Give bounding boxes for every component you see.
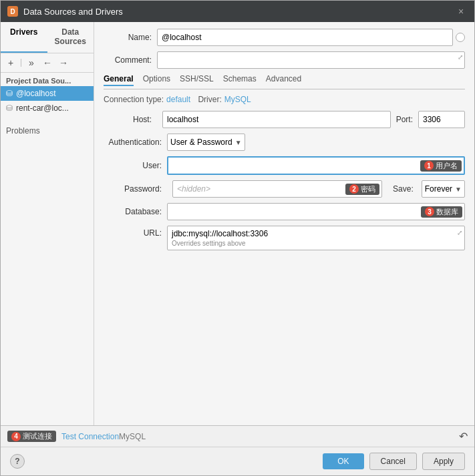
password-row: Password: <hidden> 2 密码 Save: Forever ▼ [104,180,465,198]
apply-button[interactable]: Apply [422,453,465,470]
dialog-footer: ? OK Cancel Apply [1,447,474,475]
ok-button[interactable]: OK [323,453,363,469]
port-input[interactable] [418,111,465,128]
sidebar: Drivers Data Sources + » ← → Project Dat… [1,22,94,425]
sidebar-item-label-rentcar: rent-car@loc... [16,103,69,113]
status-circle [456,33,465,42]
toolbar-divider [21,59,21,67]
name-input[interactable] [157,29,453,46]
save-select[interactable]: Forever ▼ [422,180,465,198]
test-badge-text: 测试连接 [23,431,52,441]
main-content: Drivers Data Sources + » ← → Project Dat… [1,22,474,425]
url-resize-icon: ⤢ [457,229,462,236]
auth-arrow-icon: ▼ [235,139,242,146]
section-label: Project Data Sou... [1,73,94,86]
title-bar-left: D Data Sources and Drivers [7,6,123,17]
forward-button[interactable]: → [56,55,71,70]
url-hint: Overrides settings above [172,240,451,247]
pwd-badge: 2 密码 [345,184,379,195]
pwd-badge-text: 密码 [361,184,375,194]
database-label: Database: [104,207,167,216]
comment-label: Comment: [104,55,157,65]
url-label: URL: [104,226,167,238]
password-label: Password: [104,184,167,194]
user-input[interactable] [168,158,420,174]
tab-datasources[interactable]: Data Sources [47,22,94,53]
user-badge-text: 用户名 [436,161,458,171]
name-row: Name: [104,29,465,46]
url-value[interactable]: jdbc:mysql://localhost:3306 [172,229,451,238]
sidebar-tabs: Drivers Data Sources [1,22,94,53]
refresh-icon[interactable]: ↶ [459,430,468,443]
title-bar: D Data Sources and Drivers × [1,1,474,22]
conn-type-label: Connection type: [104,95,164,104]
db-icon-localhost: ⛁ [6,89,13,98]
app-icon: D [7,6,18,17]
close-button[interactable]: × [454,5,468,18]
right-panel: Name: Comment: ⤢ General Options SSH/SSL [94,22,474,425]
resize-icon: ⤢ [458,53,463,61]
test-badge: 4 测试连接 [7,431,56,442]
sidebar-item-rentcar[interactable]: ⛁ rent-car@loc... [1,101,94,115]
bottom-bar: 4 测试连接 Test Connection MySQL ↶ [1,425,474,447]
auth-label: Authentication: [104,138,167,147]
user-badge-num: 1 [424,161,434,170]
name-label: Name: [104,33,157,42]
problems-section: Problems [1,122,94,140]
problems-label: Problems [6,126,40,136]
user-input-wrap: 1 用户名 [167,156,465,175]
pwd-input-wrap: <hidden> 2 密码 [172,180,382,198]
db-input-wrap: 3 数据库 [167,203,465,220]
auth-value: User & Password [170,138,232,147]
mysql-label: MySQL [119,432,146,441]
driver-label: Driver: [198,95,221,104]
save-label: Save: [393,184,414,194]
save-value: Forever [425,184,452,194]
db-badge: 3 数据库 [421,206,462,218]
sidebar-item-localhost[interactable]: ⛁ @localhost [1,86,94,101]
user-row: User: 1 用户名 [104,156,465,175]
comment-input-wrap: ⤢ [157,51,465,69]
conn-type-row: Connection type: default Driver: MySQL [104,95,465,104]
dialog-title: Data Sources and Drivers [23,7,123,17]
host-row: Host: Port: [104,111,465,128]
db-badge-num: 3 [425,207,434,216]
test-badge-num: 4 [11,432,21,441]
auth-row: Authentication: User & Password ▼ [104,134,465,151]
comment-row: Comment: ⤢ [104,51,465,69]
more-button[interactable]: » [24,55,39,70]
auth-select[interactable]: User & Password ▼ [167,134,245,151]
tab-advanced[interactable]: Advanced [266,74,301,86]
add-button[interactable]: + [3,55,18,70]
db-icon-rentcar: ⛁ [6,103,13,113]
tab-ssh-ssl[interactable]: SSH/SSL [180,74,214,86]
tab-drivers[interactable]: Drivers [1,22,47,53]
user-badge: 1 用户名 [420,160,462,172]
url-input-wrap: jdbc:mysql://localhost:3306 Overrides se… [167,226,465,250]
save-arrow-icon: ▼ [455,186,462,193]
sidebar-item-label-localhost: @localhost [16,89,56,98]
name-input-wrap [157,29,465,46]
url-row: URL: jdbc:mysql://localhost:3306 Overrid… [104,226,465,250]
comment-input[interactable] [157,51,465,69]
tab-schemas[interactable]: Schemas [223,74,257,86]
port-label: Port: [396,115,413,124]
user-label: User: [104,161,167,170]
driver-value[interactable]: MySQL [224,95,251,104]
help-button[interactable]: ? [10,454,25,469]
password-hidden: <hidden> [173,184,345,194]
conn-type-value[interactable]: default [166,95,190,104]
tab-general[interactable]: General [104,74,134,86]
tabs-bar: General Options SSH/SSL Schemas Advanced [104,74,465,89]
tab-options[interactable]: Options [143,74,170,86]
data-sources-dialog: D Data Sources and Drivers × Drivers Dat… [0,0,475,476]
database-row: Database: 3 数据库 [104,203,465,220]
back-button[interactable]: ← [40,55,55,70]
cancel-button[interactable]: Cancel [369,453,417,470]
test-connection-label[interactable]: Test Connection [61,432,119,441]
test-connection-wrap[interactable]: 4 测试连接 Test Connection [7,431,119,442]
host-input[interactable] [162,111,391,128]
sidebar-toolbar: + » ← → [1,53,94,73]
host-label: Host: [104,115,157,124]
db-badge-text: 数据库 [436,207,458,217]
